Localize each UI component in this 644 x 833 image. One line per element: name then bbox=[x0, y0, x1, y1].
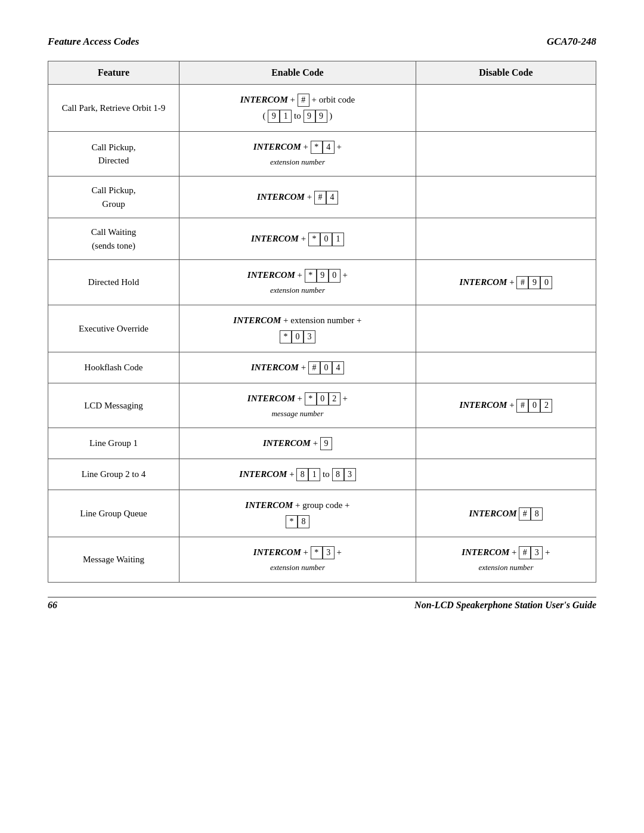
feature-cell: Call Pickup,Directed bbox=[48, 132, 179, 176]
disable-cell bbox=[416, 459, 596, 490]
disable-cell bbox=[416, 352, 596, 383]
feature-cell: Line Group Queue bbox=[48, 490, 179, 537]
table-row: Call Waiting(sends tone) INTERCOM + *01 bbox=[48, 218, 596, 260]
feature-cell: Line Group 2 to 4 bbox=[48, 459, 179, 490]
feature-cell: Call Waiting(sends tone) bbox=[48, 218, 179, 260]
disable-cell bbox=[416, 176, 596, 218]
table-row: Line Group Queue INTERCOM + group code +… bbox=[48, 490, 596, 537]
page-header: Feature Access Codes GCA70-248 bbox=[48, 36, 596, 50]
disable-cell bbox=[416, 85, 596, 132]
enable-cell: INTERCOM + extension number + *03 bbox=[179, 305, 416, 352]
feature-cell: Hookflash Code bbox=[48, 352, 179, 383]
feature-table: Feature Enable Code Disable Code Call Pa… bbox=[48, 61, 596, 583]
table-row: Call Pickup,Group INTERCOM + #4 bbox=[48, 176, 596, 218]
table-row: Call Park, Retrieve Orbit 1-9 INTERCOM +… bbox=[48, 85, 596, 132]
disable-cell: INTERCOM + #02 bbox=[416, 383, 596, 428]
footer-title: Non-LCD Speakerphone Station User's Guid… bbox=[414, 600, 596, 611]
disable-cell bbox=[416, 305, 596, 352]
table-row: Directed Hold INTERCOM + *90 + extension… bbox=[48, 260, 596, 305]
table-row: LCD Messaging INTERCOM + *02 + message n… bbox=[48, 383, 596, 428]
enable-cell: INTERCOM + 81 to 83 bbox=[179, 459, 416, 490]
feature-cell: Executive Override bbox=[48, 305, 179, 352]
enable-cell: INTERCOM + *01 bbox=[179, 218, 416, 260]
disable-cell bbox=[416, 132, 596, 176]
table-row: Line Group 2 to 4 INTERCOM + 81 to 83 bbox=[48, 459, 596, 490]
table-row: Executive Override INTERCOM + extension … bbox=[48, 305, 596, 352]
header-left: Feature Access Codes bbox=[48, 36, 139, 48]
table-row: Line Group 1 INTERCOM + 9 bbox=[48, 428, 596, 459]
enable-cell: INTERCOM + *90 + extension number bbox=[179, 260, 416, 305]
col-feature: Feature bbox=[48, 61, 179, 85]
feature-cell-message-waiting: Message Waiting bbox=[48, 537, 179, 582]
disable-cell bbox=[416, 218, 596, 260]
page-number: 66 bbox=[48, 600, 57, 611]
enable-cell: INTERCOM + #4 bbox=[179, 176, 416, 218]
enable-cell: INTERCOM + *4 + extension number bbox=[179, 132, 416, 176]
disable-cell-message-waiting: INTERCOM + #3 + extension number bbox=[416, 537, 596, 582]
col-disable: Disable Code bbox=[416, 61, 596, 85]
enable-cell: INTERCOM + *02 + message number bbox=[179, 383, 416, 428]
enable-cell-message-waiting: INTERCOM + *3 + extension number bbox=[179, 537, 416, 582]
disable-cell: INTERCOM #8 bbox=[416, 490, 596, 537]
enable-cell: INTERCOM + # + orbit code ( 91 to 99 ) bbox=[179, 85, 416, 132]
enable-cell: INTERCOM + 9 bbox=[179, 428, 416, 459]
col-enable: Enable Code bbox=[179, 61, 416, 85]
disable-cell: INTERCOM + #90 bbox=[416, 260, 596, 305]
header-right: GCA70-248 bbox=[547, 36, 596, 48]
feature-cell: Call Park, Retrieve Orbit 1-9 bbox=[48, 85, 179, 132]
feature-cell: Directed Hold bbox=[48, 260, 179, 305]
disable-cell bbox=[416, 428, 596, 459]
table-row: Message Waiting INTERCOM + *3 + extensio… bbox=[48, 537, 596, 582]
page-footer: 66 Non-LCD Speakerphone Station User's G… bbox=[48, 597, 596, 611]
enable-cell: INTERCOM + #04 bbox=[179, 352, 416, 383]
table-row: Call Pickup,Directed INTERCOM + *4 + ext… bbox=[48, 132, 596, 176]
table-row: Hookflash Code INTERCOM + #04 bbox=[48, 352, 596, 383]
enable-cell: INTERCOM + group code + *8 bbox=[179, 490, 416, 537]
feature-cell: LCD Messaging bbox=[48, 383, 179, 428]
feature-cell: Line Group 1 bbox=[48, 428, 179, 459]
feature-cell: Call Pickup,Group bbox=[48, 176, 179, 218]
